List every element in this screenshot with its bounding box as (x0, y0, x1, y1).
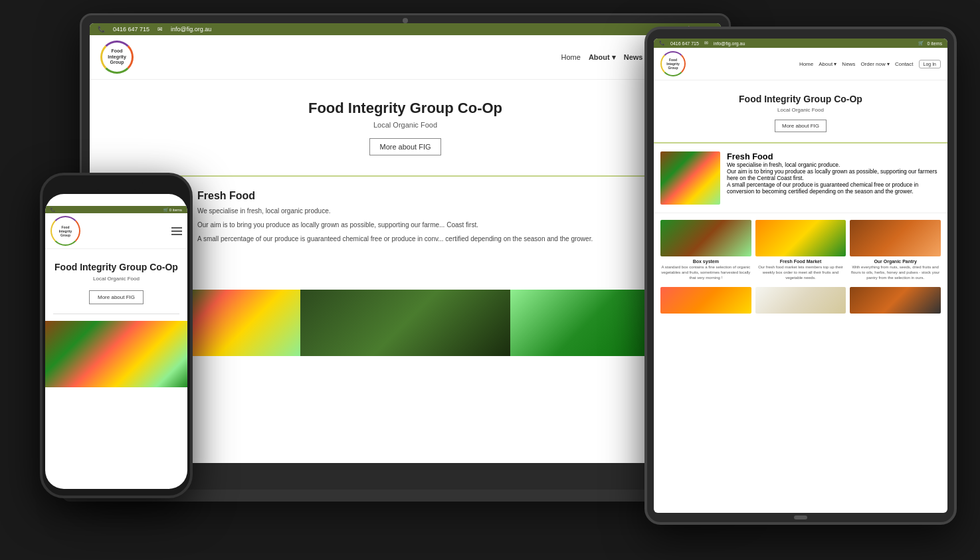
tablet-hero: Food Integrity Group Co-Op Local Organic… (654, 80, 947, 143)
tablet-phone: 0416 647 715 (670, 41, 699, 46)
tablet-grid-img-2 (755, 220, 846, 256)
laptop-camera (403, 18, 408, 23)
tablet-nav-home[interactable]: Home (799, 61, 813, 67)
tablet-grid-img-3 (850, 220, 941, 256)
phone-logo: FoodIntegrityGroup (50, 216, 80, 246)
phone-hero: Food Integrity Group Co-Op Local Organic… (45, 249, 187, 314)
tablet-bottom-1 (660, 287, 751, 314)
phone-menu-button[interactable] (171, 227, 182, 235)
laptop-email-icon: ✉ (157, 26, 163, 33)
phone-screen: 📞 🛒 0 items FoodIntegrityGroup Food Inte… (45, 194, 187, 489)
phone-veg-image (45, 321, 187, 387)
laptop-bottom-img-2 (300, 290, 511, 356)
tablet-device: 📞 0416 647 715 ✉ info@fig.org.au 🛒 0 ite… (644, 27, 957, 525)
tablet-grid-title-3: Our Organic Pantry (850, 259, 941, 264)
tablet-hero-title: Food Integrity Group Co-Op (664, 94, 937, 104)
phone-frame: 📞 🛒 0 items FoodIntegrityGroup Food Inte… (40, 173, 193, 498)
tablet-fresh-image (660, 151, 720, 205)
tablet-grid-item-2: Fresh Food Market Our fresh food market … (755, 220, 846, 280)
tablet-fresh-p1: Our aim is to bring you produce as local… (727, 168, 941, 181)
tablet-grid-title-1: Box system (660, 259, 751, 264)
phone-topbar-phone: 📞 (50, 207, 55, 212)
tablet-logo: FoodIntegrityGroup (660, 51, 686, 76)
tablet-nav: Home About ▾ News Order now ▾ Contact Lo… (799, 60, 941, 68)
tablet-home-button (794, 515, 807, 519)
tablet-login-button[interactable]: Log In (919, 60, 941, 68)
tablet-phone-icon: 📞 (659, 41, 665, 46)
laptop-fresh-p2: Our aim is to bring you produce as local… (197, 220, 593, 230)
tablet-grid-desc-2: Our fresh food market lets members top u… (755, 265, 846, 280)
laptop-fresh-p3: A small percentage of our produce is gua… (197, 234, 593, 244)
tablet-grid-desc-1: A standard box contains a fine selection… (660, 265, 751, 280)
tablet-fresh-section: Fresh Food We specialise in fresh, local… (654, 143, 947, 213)
phone-device: 📞 🛒 0 items FoodIntegrityGroup Food Inte… (40, 173, 193, 498)
tablet-grid-item-1: Box system A standard box contains a fin… (660, 220, 751, 280)
laptop-phone-number: 0416 647 715 (113, 26, 149, 33)
laptop-phone-icon: 📞 (98, 26, 105, 33)
laptop-logo-text: FoodIntegrityGroup (108, 48, 126, 65)
tablet-hero-subtitle: Local Organic Food (664, 107, 937, 113)
tablet-email-icon: ✉ (704, 41, 708, 46)
tablet-bottom-2 (755, 287, 846, 314)
laptop-email: info@fig.org.au (171, 26, 211, 33)
phone-hero-cta[interactable]: More about FIG (89, 290, 144, 304)
tablet-website: 📞 0416 647 715 ✉ info@fig.org.au 🛒 0 ite… (654, 39, 947, 320)
tablet-navbar: FoodIntegrityGroup Home About ▾ News Ord… (654, 48, 947, 80)
laptop-hero-cta[interactable]: More about FIG (369, 138, 441, 155)
phone-hamburger-line-2 (171, 231, 182, 232)
phone-hero-subtitle: Local Organic Food (53, 276, 179, 282)
tablet-grid-title-2: Fresh Food Market (755, 259, 846, 264)
tablet-topbar: 📞 0416 647 715 ✉ info@fig.org.au 🛒 0 ite… (654, 39, 947, 48)
tablet-nav-order[interactable]: Order now ▾ (860, 61, 890, 67)
tablet-bottom-3 (850, 287, 941, 314)
tablet-hero-cta[interactable]: More about FIG (775, 120, 827, 132)
tablet-fresh-p2: A small percentage of our produce is gua… (727, 181, 941, 195)
tablet-cart-icon: 🛒 (918, 41, 924, 46)
laptop-bottom-dark (300, 290, 511, 356)
phone-notch (90, 175, 143, 190)
tablet-cart: 0 items (927, 41, 942, 46)
phone-navbar: FoodIntegrityGroup (45, 213, 187, 249)
phone-topbar-cart: 🛒 0 items (163, 207, 182, 212)
tablet-fresh-title: Fresh Food (727, 151, 941, 161)
tablet-grid-desc-3: With everything from nuts, seeds, dried … (850, 265, 941, 280)
laptop-nav-about[interactable]: About ▾ (589, 53, 616, 62)
phone-hamburger-line-1 (171, 227, 182, 229)
phone-website: 📞 🛒 0 items FoodIntegrityGroup Food Inte… (45, 194, 187, 387)
tablet-grid-item-3: Our Organic Pantry With everything from … (850, 220, 941, 280)
tablet-email: info@fig.org.au (714, 41, 745, 46)
laptop-logo: FoodIntegrityGroup (100, 41, 134, 74)
laptop-hero: Food Integrity Group Co-Op Local Organic… (90, 80, 721, 177)
laptop-navbar: FoodIntegrityGroup Home About ▾ News Ord… (90, 35, 721, 80)
laptop-nav-news[interactable]: News (624, 53, 643, 61)
tablet-grid: Box system A standard box contains a fin… (654, 213, 947, 287)
phone-hamburger-line-3 (171, 234, 182, 235)
tablet-nav-about[interactable]: About ▾ (819, 61, 836, 67)
tablet-nav-contact[interactable]: Contact (895, 61, 914, 67)
phone-divider (53, 314, 179, 314)
tablet-screen: 📞 0416 647 715 ✉ info@fig.org.au 🛒 0 ite… (654, 39, 947, 513)
laptop-fresh-title: Fresh Food (197, 190, 593, 202)
tablet-frame: 📞 0416 647 715 ✉ info@fig.org.au 🛒 0 ite… (644, 27, 957, 525)
tablet-nav-news[interactable]: News (842, 61, 855, 67)
tablet-fresh-text: Fresh Food We specialise in fresh, local… (727, 151, 941, 205)
laptop-hero-title: Food Integrity Group Co-Op (103, 100, 708, 117)
tablet-bottom-grid (654, 287, 947, 320)
phone-topbar: 📞 🛒 0 items (45, 206, 187, 213)
laptop-hero-subtitle: Local Organic Food (103, 121, 708, 129)
laptop-fresh-p1: We specialise in fresh, local organic pr… (197, 206, 593, 216)
laptop-nav-home[interactable]: Home (561, 53, 581, 61)
tablet-fresh-desc: We specialise in fresh, local organic pr… (727, 161, 941, 168)
tablet-grid-img-1 (660, 220, 751, 256)
laptop-topbar: 📞 0416 647 715 ✉ info@fig.org.au 🛒 0 ite… (90, 23, 721, 35)
laptop-fresh-text: Fresh Food We specialise in fresh, local… (197, 190, 593, 276)
phone-hero-title: Food Integrity Group Co-Op (53, 261, 179, 273)
